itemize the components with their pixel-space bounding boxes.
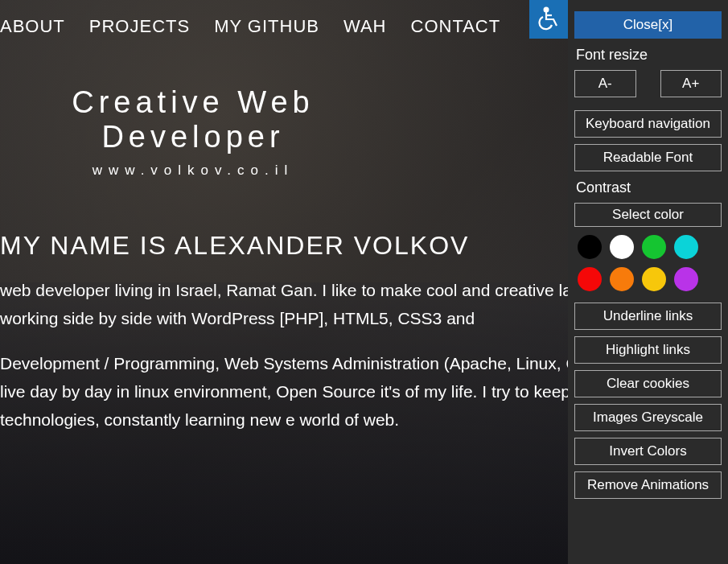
clear-cookies-button[interactable]: Clear cookies: [574, 370, 722, 397]
invert-colors-button[interactable]: Invert Colors: [574, 438, 722, 465]
color-swatch-green[interactable]: [642, 235, 666, 259]
nav-about[interactable]: ABOUT: [0, 16, 65, 37]
nav-contact[interactable]: CONTACT: [411, 16, 501, 37]
readable-font-button[interactable]: Readable Font: [574, 144, 722, 171]
underline-links-button[interactable]: Underline links: [574, 303, 722, 330]
color-swatch-orange[interactable]: [610, 267, 634, 291]
hero-title: Creative Web Developer: [0, 85, 386, 154]
color-swatch-grid: [574, 230, 722, 303]
wheelchair-icon: [536, 5, 561, 34]
color-swatch-white[interactable]: [610, 235, 634, 259]
nav-projects[interactable]: PROJECTS: [89, 16, 190, 37]
accessibility-panel: Close[x] Font resize A- A+ Keyboard navi…: [568, 0, 728, 564]
font-increase-button[interactable]: A+: [660, 70, 722, 97]
color-swatch-black[interactable]: [578, 235, 602, 259]
highlight-links-button[interactable]: Highlight links: [574, 336, 722, 364]
close-button[interactable]: Close[x]: [574, 11, 722, 39]
color-swatch-yellow[interactable]: [642, 267, 666, 291]
color-swatch-cyan[interactable]: [674, 235, 698, 259]
font-resize-label: Font resize: [576, 47, 722, 64]
nav-wah[interactable]: WAH: [343, 16, 387, 37]
remove-animations-button[interactable]: Remove Animations: [574, 471, 722, 499]
hero: Creative Web Developer www.volkov.co.il: [0, 85, 386, 179]
images-greyscale-button[interactable]: Images Greyscale: [574, 404, 722, 431]
keyboard-navigation-button[interactable]: Keyboard navigation: [574, 110, 722, 138]
color-swatch-red[interactable]: [578, 267, 602, 291]
select-color-button[interactable]: Select color: [574, 203, 722, 227]
contrast-label: Contrast: [576, 179, 722, 196]
hero-subtitle: www.volkov.co.il: [0, 163, 386, 179]
color-swatch-purple[interactable]: [674, 267, 698, 291]
nav-github[interactable]: MY GITHUB: [214, 16, 319, 37]
svg-point-0: [545, 8, 549, 12]
font-decrease-button[interactable]: A-: [574, 70, 636, 97]
accessibility-toggle-button[interactable]: [529, 0, 568, 39]
